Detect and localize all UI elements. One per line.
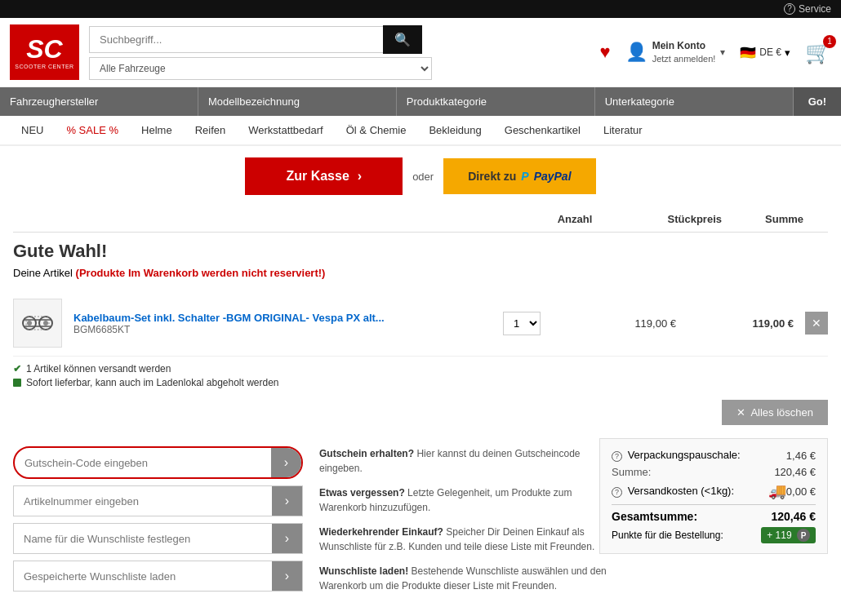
versand-val: 0,00 €	[786, 485, 816, 498]
cart-block[interactable]: 🛒 1	[805, 40, 831, 65]
account-icon: 👤	[625, 42, 647, 63]
vehicle-select[interactable]: Alle Fahrzeuge	[89, 57, 432, 80]
page-title: Gute Wahl!	[13, 241, 828, 262]
item-remove-button[interactable]: ✕	[805, 312, 828, 335]
warning-text: (Produkte Im Warenkorb werden nicht rese…	[76, 267, 326, 279]
green-dot-icon	[13, 379, 21, 387]
search-button[interactable]: 🔍	[383, 25, 422, 54]
versand-label: Versandkosten (<1kg):	[628, 485, 734, 497]
punkte-val: + 119 P	[761, 527, 816, 543]
stock-line2: Sofort lieferbar, kann auch im Ladenloka…	[26, 377, 279, 388]
artikelnummer-input[interactable]	[14, 488, 272, 515]
verpackung-help-icon[interactable]: ?	[612, 451, 622, 462]
nav-bar: NEU % SALE % Helme Reifen Werkstattbedar…	[0, 116, 841, 146]
nav-oel[interactable]: Öl & Chemie	[335, 116, 418, 144]
lang-label: DE €	[759, 47, 781, 58]
input-sections: › › › ›	[13, 446, 586, 593]
item-thumbnail	[20, 305, 56, 341]
wishlist-icon[interactable]: ♥	[600, 42, 611, 63]
item-price: 119,00 €	[570, 317, 676, 330]
item-qty: 1 2 3	[485, 312, 558, 335]
cart-item: Kabelbaum-Set inkl. Schalter -BGM ORIGIN…	[13, 290, 828, 357]
nav-geschenk[interactable]: Geschenkartikel	[493, 116, 592, 144]
go-button[interactable]: Go!	[794, 87, 841, 116]
nav-bekleidung[interactable]: Bekleidung	[417, 116, 492, 144]
service-label: Service	[799, 3, 831, 15]
language-selector[interactable]: 🇩🇪 DE € ▾	[740, 45, 790, 60]
service-link[interactable]: ? Service	[784, 3, 831, 15]
logo-sc: SC	[26, 36, 62, 62]
nav-helme[interactable]: Helme	[130, 116, 184, 144]
gutschein-info: Gutschein erhalten? Hier kannst du deine…	[319, 446, 609, 476]
x-icon: ✕	[736, 406, 745, 419]
bottom-section: › › › ›	[13, 438, 828, 593]
unterkategorie-select[interactable]: Unterkategorie	[595, 87, 794, 116]
main-content: Zur Kasse › oder Direkt zu PPayPal Anzah…	[0, 146, 841, 605]
header: SC SCOOTER CENTER 🔍 Alle Fahrzeuge ♥ 👤 M…	[0, 18, 841, 87]
item-name[interactable]: Kabelbaum-Set inkl. Schalter -BGM ORIGIN…	[73, 312, 474, 324]
summary-box: ? Verpackungspauschale: 1,46 € Summe: 12…	[599, 438, 828, 554]
bottom-row: ✕ Alles löschen	[13, 400, 828, 425]
verpackung-val: 1,46 €	[786, 450, 816, 462]
verpackung-row: ? Verpackungspauschale: 1,46 €	[612, 449, 816, 462]
gutschein-submit-button[interactable]: ›	[271, 448, 301, 477]
wunschliste-name-submit-button[interactable]: ›	[272, 524, 302, 553]
mein-konto-label: Mein Konto	[652, 40, 716, 53]
checkout-row: Zur Kasse › oder Direkt zu PPayPal	[13, 157, 828, 195]
wunschliste-load-row: ›	[13, 561, 303, 592]
nav-sale[interactable]: % SALE %	[55, 116, 130, 144]
wunschliste-name-input[interactable]	[14, 525, 272, 552]
punkte-label: Punkte für die Bestellung:	[612, 530, 723, 541]
wunschliste-name-row: ›	[13, 523, 303, 554]
versand-help-icon[interactable]: ?	[612, 487, 622, 498]
nav-werkstatt[interactable]: Werkstattbedarf	[237, 116, 335, 144]
gesamt-val: 120,46 €	[772, 510, 817, 523]
right-info: Gutschein erhalten? Hier kannst du deine…	[319, 446, 609, 593]
gutschein-info-label: Gutschein erhalten?	[319, 448, 414, 459]
logo[interactable]: SC SCOOTER CENTER	[10, 24, 79, 80]
search-area: 🔍 Alle Fahrzeuge	[89, 25, 590, 80]
col-anzahl: Anzahl	[534, 213, 616, 225]
alles-loschen-button[interactable]: ✕ Alles löschen	[722, 400, 828, 425]
header-right: ♥ 👤 Mein Konto Jetzt anmelden! ▾ 🇩🇪 DE €…	[600, 40, 831, 65]
gutschein-input[interactable]	[15, 450, 271, 476]
summe-label: Summe:	[612, 466, 651, 478]
artikelnummer-submit-button[interactable]: ›	[272, 486, 302, 516]
wiederkehrend-info-label: Wiederkehrender Einkauf?	[319, 526, 443, 538]
item-details: Kabelbaum-Set inkl. Schalter -BGM ORIGIN…	[73, 312, 474, 335]
verpackung-label: Verpackungspauschale:	[628, 449, 741, 461]
wunschliste-load-submit-button[interactable]: ›	[272, 561, 302, 591]
col-stueckpreis: Stückpreis	[616, 213, 722, 225]
col-summe: Summe	[722, 213, 828, 225]
kategorie-select[interactable]: Produktkategorie	[397, 87, 595, 116]
hersteller-select[interactable]: Fahrzeughersteller	[0, 87, 198, 116]
summe-row: Summe: 120,46 €	[612, 466, 816, 478]
gesamt-row: Gesamtsumme: 120,46 €	[612, 504, 816, 523]
modell-select[interactable]: Modellbezeichnung	[198, 87, 397, 116]
versand-row: ? Versandkosten (<1kg): 🚚 0,00 €	[612, 482, 816, 500]
svg-point-1	[27, 321, 32, 326]
points-row: Punkte für die Bestellung: + 119 P	[612, 527, 816, 543]
nav-neu[interactable]: NEU	[10, 116, 55, 144]
account-block[interactable]: 👤 Mein Konto Jetzt anmelden! ▾	[625, 40, 726, 64]
zur-kasse-button[interactable]: Zur Kasse ›	[245, 157, 403, 195]
logo-brand: SCOOTER CENTER	[15, 64, 73, 69]
search-input[interactable]	[89, 26, 383, 53]
wunschliste-load-input[interactable]	[14, 563, 272, 590]
etwas-info-label: Etwas vergessen?	[319, 487, 405, 499]
cart-badge: 1	[823, 35, 836, 48]
chevron-right-icon: ›	[358, 169, 362, 184]
nav-reifen[interactable]: Reifen	[184, 116, 238, 144]
gutschein-row: ›	[13, 446, 303, 479]
question-icon: ?	[784, 3, 795, 15]
nav-literatur[interactable]: Literatur	[592, 116, 654, 144]
points-p-icon: P	[797, 529, 810, 542]
left-inputs: › › › ›	[13, 446, 303, 593]
item-image	[13, 299, 62, 348]
search-row: 🔍	[89, 25, 590, 54]
top-bar: ? Service	[0, 0, 841, 18]
paypal-prefix: Direkt zu	[468, 170, 516, 183]
paypal-button[interactable]: Direkt zu PPayPal	[443, 158, 595, 194]
qty-select[interactable]: 1 2 3	[503, 312, 541, 335]
item-total: 119,00 €	[687, 317, 794, 330]
